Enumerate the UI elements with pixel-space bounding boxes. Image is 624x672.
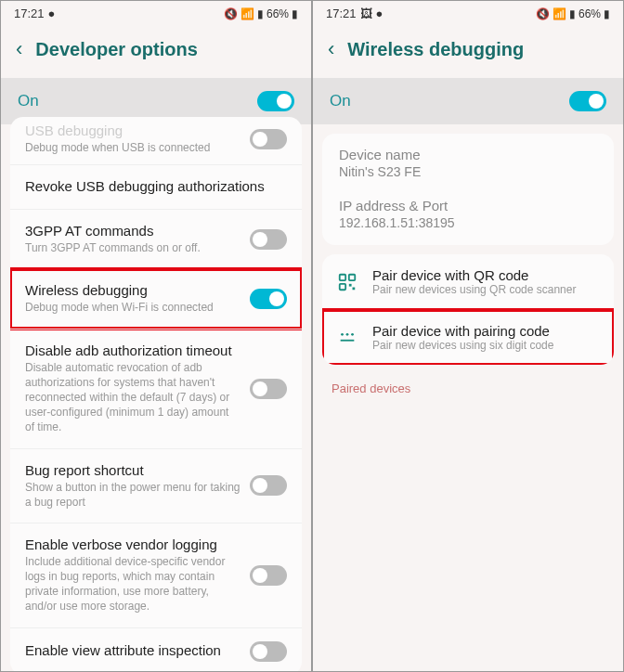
pair-qr-sub: Pair new devices using QR code scanner	[372, 283, 599, 296]
item-title: Enable verbose vendor logging	[25, 536, 240, 552]
pair-code-title: Pair device with pairing code	[372, 323, 599, 339]
item-sub: Debug mode when Wi-Fi is connected	[25, 300, 240, 315]
statusbar: 17:21 🖼 ● 🔇 📶 ▮ 66% ▮	[313, 1, 623, 24]
pairing-section: Pair device with QR code Pair new device…	[322, 254, 614, 365]
bugreport-toggle[interactable]	[250, 475, 287, 496]
device-info-section: Device name Nitin's S23 FE IP address & …	[322, 134, 614, 245]
master-toggle[interactable]	[569, 91, 606, 111]
svg-rect-2	[340, 283, 345, 289]
battery-icon: ▮	[604, 7, 610, 20]
item-sub: Turn 3GPP AT commands on or off.	[25, 240, 240, 255]
statusbar: 17:21 ● 🔇 📶 ▮ 66% ▮	[1, 1, 311, 24]
battery-percent: 66%	[578, 7, 601, 20]
gpp-commands-item[interactable]: 3GPP AT commands Turn 3GPP AT commands o…	[10, 209, 302, 268]
page-title: Wireless debugging	[347, 39, 524, 60]
ip-port-value: 192.168.1.51:38195	[339, 215, 597, 230]
item-title: Enable view attribute inspection	[25, 642, 240, 658]
settings-list: USB debugging Debug mode when USB is con…	[10, 117, 302, 672]
master-toggle-label: On	[330, 92, 351, 110]
svg-rect-1	[349, 274, 355, 279]
revoke-auth-item[interactable]: Revoke USB debugging authorizations	[10, 164, 302, 209]
verbose-logging-item[interactable]: Enable verbose vendor logging Include ad…	[10, 523, 302, 627]
qr-icon	[337, 272, 358, 292]
statusbar-dot-icon: ●	[48, 6, 56, 20]
signal-icon: ▮	[257, 7, 264, 20]
item-title: Disable adb authorization timeout	[25, 342, 240, 358]
verbose-toggle[interactable]	[250, 565, 287, 586]
device-name-label: Device name	[339, 147, 597, 162]
back-icon[interactable]: ‹	[16, 37, 22, 61]
viewattr-toggle[interactable]	[250, 641, 287, 662]
item-title: USB debugging	[25, 123, 240, 138]
item-sub: Debug mode when USB is connected	[25, 140, 240, 155]
mute-icon: 🔇	[536, 7, 550, 20]
wireless-debugging-item[interactable]: Wireless debugging Debug mode when Wi-Fi…	[10, 268, 302, 328]
device-name-block: Device name Nitin's S23 FE	[322, 134, 614, 185]
statusbar-time: 17:21	[14, 6, 45, 20]
usb-debugging-item[interactable]: USB debugging Debug mode when USB is con…	[10, 117, 302, 164]
bug-report-shortcut-item[interactable]: Bug report shortcut Show a button in the…	[10, 448, 302, 523]
screen-developer-options: 17:21 ● 🔇 📶 ▮ 66% ▮ ‹ Developer options …	[0, 0, 312, 672]
header: ‹ Wireless debugging	[313, 24, 623, 78]
disable-adb-timeout-item[interactable]: Disable adb authorization timeout Disabl…	[10, 329, 302, 448]
view-attribute-item[interactable]: Enable view attribute inspection	[10, 627, 302, 672]
item-title: Bug report shortcut	[25, 462, 240, 478]
svg-rect-3	[349, 283, 352, 286]
ip-port-block: IP address & Port 192.168.1.51:38195	[322, 185, 614, 245]
item-sub: Show a button in the power menu for taki…	[25, 480, 240, 510]
wifi-icon: 📶	[240, 7, 254, 20]
item-title: 3GPP AT commands	[25, 223, 240, 239]
item-sub: Disable automatic revocation of adb auth…	[25, 360, 240, 435]
master-toggle[interactable]	[257, 91, 294, 111]
usb-debugging-toggle[interactable]	[250, 129, 287, 149]
page-title: Developer options	[35, 39, 197, 60]
item-title: Revoke USB debugging authorizations	[25, 178, 278, 194]
wireless-debugging-toggle[interactable]	[250, 289, 287, 309]
svg-rect-0	[340, 274, 345, 279]
code-icon	[337, 328, 358, 348]
statusbar-image-icon: 🖼	[360, 6, 372, 20]
gpp-toggle[interactable]	[250, 229, 287, 250]
svg-rect-4	[353, 287, 356, 290]
pair-code-sub: Pair new devices using six digit code	[372, 339, 599, 352]
svg-rect-8	[341, 339, 355, 341]
pair-qr-item[interactable]: Pair device with QR code Pair new device…	[322, 254, 614, 309]
header: ‹ Developer options	[1, 24, 311, 78]
svg-point-6	[346, 332, 349, 335]
pair-code-item[interactable]: Pair device with pairing code Pair new d…	[322, 309, 614, 365]
battery-percent: 66%	[266, 7, 289, 20]
item-sub: Include additional device-specific vendo…	[25, 554, 240, 614]
mute-icon: 🔇	[224, 7, 238, 20]
disable-adb-toggle[interactable]	[250, 379, 287, 399]
screen-wireless-debugging: 17:21 🖼 ● 🔇 📶 ▮ 66% ▮ ‹ Wireless debuggi…	[312, 0, 624, 672]
pair-qr-title: Pair device with QR code	[372, 267, 599, 283]
statusbar-dot-icon: ●	[376, 6, 384, 20]
paired-devices-label: Paired devices	[313, 374, 623, 403]
master-toggle-row[interactable]: On	[313, 78, 623, 124]
svg-point-5	[341, 332, 344, 335]
wifi-icon: 📶	[552, 7, 566, 20]
signal-icon: ▮	[569, 7, 576, 20]
back-icon[interactable]: ‹	[328, 37, 334, 61]
statusbar-time: 17:21	[326, 6, 357, 20]
battery-icon: ▮	[292, 7, 298, 20]
svg-point-7	[351, 332, 354, 335]
device-name-value: Nitin's S23 FE	[339, 164, 597, 179]
ip-port-label: IP address & Port	[339, 198, 597, 213]
master-toggle-label: On	[18, 92, 39, 110]
item-title: Wireless debugging	[25, 282, 240, 298]
